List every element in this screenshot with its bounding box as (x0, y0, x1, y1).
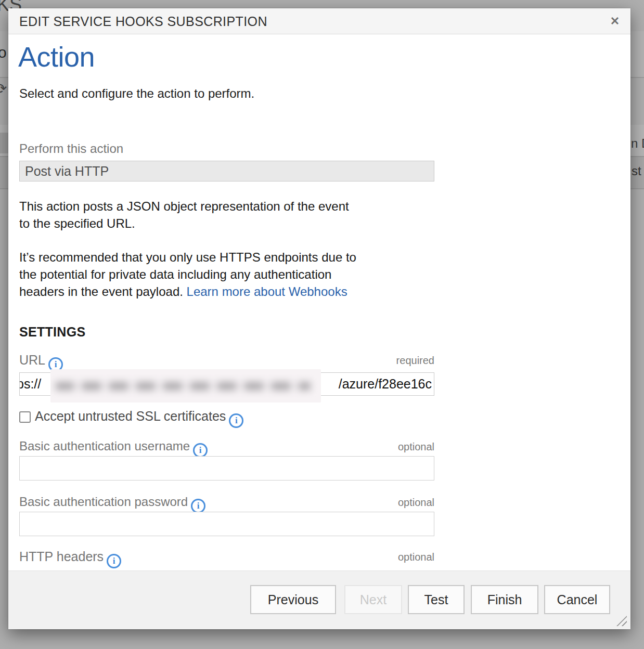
ssl-checkbox-row: Accept untrusted SSL certificatesi (19, 409, 243, 424)
username-label: Basic authentication username (19, 439, 190, 453)
next-button-disabled: Next (344, 585, 402, 614)
password-input[interactable] (19, 512, 434, 536)
url-value-prefix: ps:// (19, 373, 41, 395)
dialog-title: EDIT SERVICE HOOKS SUBSCRIPTION (19, 8, 267, 34)
password-info-icon[interactable]: i (191, 499, 205, 513)
edit-service-hooks-dialog: EDIT SERVICE HOOKS SUBSCRIPTION ✕ Action… (8, 8, 630, 629)
username-optional-badge: optional (398, 441, 434, 453)
http-headers-label: HTTP headers (19, 549, 104, 564)
page-title: Action (18, 41, 95, 73)
refresh-icon: ⟳ (0, 80, 7, 97)
settings-heading: SETTINGS (19, 324, 85, 340)
url-label: URL (19, 353, 45, 367)
previous-button[interactable]: Previous (250, 585, 336, 614)
page-subtitle: Select and configure the action to perfo… (19, 86, 254, 101)
cancel-button[interactable]: Cancel (544, 585, 610, 614)
username-input[interactable] (19, 456, 434, 481)
background-text-fragment: n D (631, 136, 644, 151)
http-headers-optional-badge: optional (398, 551, 434, 563)
ssl-info-icon[interactable]: i (229, 413, 243, 428)
close-icon[interactable]: ✕ (607, 13, 623, 30)
ssl-checkbox[interactable] (19, 411, 31, 423)
learn-more-webhooks-link[interactable]: Learn more about Webhooks (187, 284, 347, 298)
action-select-disabled: Post via HTTP (19, 161, 434, 181)
url-field-wrapper: ps:// /azure/f28ee16c (19, 372, 434, 397)
password-label: Basic authentication password (19, 495, 188, 509)
finish-button[interactable]: Finish (471, 585, 538, 614)
https-recommendation: It’s recommended that you only use HTTPS… (19, 249, 441, 300)
background-text-fragment: st (632, 164, 641, 178)
http-headers-info-icon[interactable]: i (107, 554, 121, 568)
description-line: This action posts a JSON object represen… (19, 198, 441, 215)
description-line: to the specified URL. (19, 215, 441, 232)
password-optional-badge: optional (398, 497, 434, 509)
ssl-checkbox-label: Accept untrusted SSL certificates (35, 409, 226, 423)
description-text: headers in the event payload. (19, 284, 183, 298)
background-text-fragment: o (0, 44, 7, 61)
test-button[interactable]: Test (408, 585, 465, 614)
description-line: headers in the event payload. Learn more… (19, 283, 441, 300)
url-required-badge: required (396, 355, 434, 367)
dialog-footer: Previous Next Test Finish Cancel (8, 570, 630, 629)
url-value-suffix: /azure/f28ee16c (339, 373, 432, 395)
redaction-blur-line (56, 382, 311, 391)
perform-action-label: Perform this action (19, 141, 123, 155)
page-background: KS o ⟳ n D st EDIT SERVICE HOOKS SUBSCRI… (0, 0, 644, 649)
background-band (0, 133, 8, 153)
resize-handle[interactable] (616, 616, 627, 626)
dialog-header: EDIT SERVICE HOOKS SUBSCRIPTION ✕ (8, 8, 630, 34)
description-line: It’s recommended that you only use HTTPS… (19, 249, 441, 266)
action-description: This action posts a JSON object represen… (19, 198, 441, 232)
redaction-blur (50, 369, 321, 403)
username-info-icon[interactable]: i (193, 443, 208, 458)
description-line: the potential for private data including… (19, 266, 441, 283)
